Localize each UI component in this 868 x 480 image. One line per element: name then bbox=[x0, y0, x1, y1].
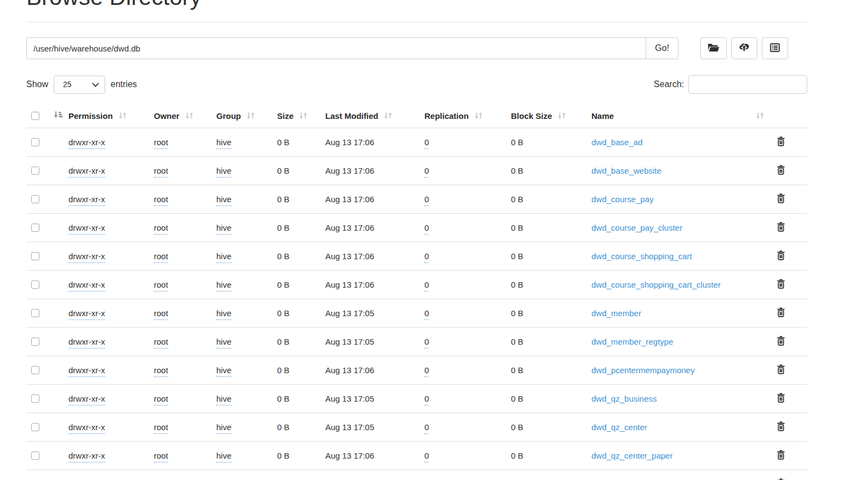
replication-value[interactable]: 0 bbox=[424, 308, 429, 320]
directory-name-link[interactable]: dwd_base_website bbox=[591, 166, 662, 175]
permission-value[interactable]: drwxr-xr-x bbox=[68, 422, 105, 434]
row-checkbox[interactable] bbox=[31, 366, 39, 374]
directory-name-link[interactable]: dwd_pcentermempaymoney bbox=[591, 365, 694, 375]
col-header-last-modified[interactable]: Last Modified bbox=[325, 104, 424, 128]
col-header-group[interactable]: Group bbox=[216, 104, 277, 128]
go-button[interactable]: Go! bbox=[646, 37, 679, 59]
row-checkbox[interactable] bbox=[31, 452, 39, 460]
directory-name-link[interactable]: dwd_member bbox=[591, 308, 641, 318]
directory-path-input[interactable] bbox=[26, 37, 646, 59]
owner-value[interactable]: root bbox=[154, 166, 168, 178]
col-header-owner[interactable]: Owner bbox=[154, 104, 216, 128]
row-checkbox[interactable] bbox=[31, 195, 39, 203]
col-header-block-size[interactable]: Block Size bbox=[511, 104, 591, 128]
directory-name-link[interactable]: dwd_course_shopping_cart_cluster bbox=[591, 280, 721, 289]
owner-value[interactable]: root bbox=[154, 195, 168, 206]
owner-value[interactable]: root bbox=[154, 252, 168, 263]
owner-value[interactable]: root bbox=[154, 337, 168, 348]
directory-name-link[interactable]: dwd_member_regtype bbox=[591, 337, 673, 346]
group-value[interactable]: hive bbox=[216, 166, 232, 178]
page-size-select[interactable]: 25 bbox=[54, 76, 105, 94]
directory-name-link[interactable]: dwd_course_shopping_cart bbox=[591, 252, 692, 261]
permission-value[interactable]: drwxr-xr-x bbox=[68, 138, 105, 149]
permission-value[interactable]: drwxr-xr-x bbox=[68, 195, 105, 206]
row-checkbox[interactable] bbox=[31, 338, 39, 346]
row-checkbox[interactable] bbox=[31, 167, 39, 175]
row-checkbox[interactable] bbox=[31, 138, 39, 146]
group-value[interactable]: hive bbox=[216, 451, 232, 462]
delete-button[interactable] bbox=[777, 307, 785, 319]
replication-value[interactable]: 0 bbox=[424, 195, 429, 206]
row-checkbox[interactable] bbox=[31, 281, 39, 289]
replication-value[interactable]: 0 bbox=[424, 280, 429, 292]
delete-button[interactable] bbox=[777, 336, 785, 347]
group-value[interactable]: hive bbox=[216, 195, 232, 206]
row-checkbox[interactable] bbox=[31, 224, 39, 232]
upload-files-button[interactable] bbox=[731, 37, 757, 59]
delete-button[interactable] bbox=[777, 279, 785, 290]
group-value[interactable]: hive bbox=[216, 337, 232, 348]
delete-button[interactable] bbox=[777, 450, 785, 461]
group-value[interactable]: hive bbox=[216, 422, 232, 434]
delete-button[interactable] bbox=[777, 165, 785, 176]
owner-value[interactable]: root bbox=[154, 365, 168, 377]
permission-value[interactable]: drwxr-xr-x bbox=[68, 166, 105, 178]
search-input[interactable] bbox=[688, 75, 807, 94]
col-header-permission[interactable]: Permission bbox=[68, 104, 154, 128]
col-header-replication[interactable]: Replication bbox=[424, 104, 511, 128]
replication-value[interactable]: 0 bbox=[424, 223, 429, 235]
row-checkbox[interactable] bbox=[31, 423, 39, 431]
create-directory-button[interactable] bbox=[700, 37, 727, 59]
col-header-name[interactable]: Name bbox=[591, 104, 772, 128]
replication-value[interactable]: 0 bbox=[424, 394, 429, 405]
owner-value[interactable]: root bbox=[154, 280, 168, 292]
owner-value[interactable]: root bbox=[154, 308, 168, 320]
delete-button[interactable] bbox=[777, 421, 785, 433]
group-value[interactable]: hive bbox=[216, 394, 232, 405]
directory-name-link[interactable]: dwd_qz_center bbox=[591, 422, 647, 432]
group-value[interactable]: hive bbox=[216, 280, 232, 292]
owner-value[interactable]: root bbox=[154, 451, 168, 462]
cut-paste-button[interactable] bbox=[762, 37, 788, 59]
permission-value[interactable]: drwxr-xr-x bbox=[68, 252, 105, 263]
directory-name-link[interactable]: dwd_qz_business bbox=[591, 394, 657, 403]
permission-value[interactable]: drwxr-xr-x bbox=[68, 280, 105, 292]
permission-value[interactable]: drwxr-xr-x bbox=[68, 451, 105, 462]
replication-value[interactable]: 0 bbox=[424, 365, 429, 377]
replication-value[interactable]: 0 bbox=[424, 422, 429, 434]
delete-button[interactable] bbox=[777, 393, 785, 404]
directory-name-link[interactable]: dwd_qz_center_paper bbox=[591, 451, 672, 460]
directory-name-link[interactable]: dwd_base_ad bbox=[591, 138, 642, 147]
owner-value[interactable]: root bbox=[154, 138, 168, 149]
permission-value[interactable]: drwxr-xr-x bbox=[68, 223, 105, 235]
group-value[interactable]: hive bbox=[216, 223, 232, 235]
delete-button[interactable] bbox=[777, 193, 785, 205]
row-checkbox[interactable] bbox=[31, 395, 39, 403]
group-value[interactable]: hive bbox=[216, 138, 232, 149]
permission-value[interactable]: drwxr-xr-x bbox=[68, 337, 105, 348]
group-value[interactable]: hive bbox=[216, 308, 232, 320]
row-checkbox[interactable] bbox=[31, 252, 39, 260]
delete-button[interactable] bbox=[777, 250, 785, 262]
sort-active-icon[interactable] bbox=[54, 111, 63, 119]
delete-button[interactable] bbox=[777, 364, 785, 376]
permission-value[interactable]: drwxr-xr-x bbox=[68, 365, 105, 377]
delete-button[interactable] bbox=[777, 222, 785, 233]
select-all-checkbox[interactable] bbox=[31, 112, 39, 120]
group-value[interactable]: hive bbox=[216, 365, 232, 377]
replication-value[interactable]: 0 bbox=[424, 451, 429, 462]
owner-value[interactable]: root bbox=[154, 422, 168, 434]
row-checkbox[interactable] bbox=[31, 309, 39, 317]
replication-value[interactable]: 0 bbox=[424, 337, 429, 348]
delete-button[interactable] bbox=[777, 136, 785, 148]
owner-value[interactable]: root bbox=[154, 223, 168, 235]
directory-name-link[interactable]: dwd_course_pay_cluster bbox=[591, 223, 682, 232]
permission-value[interactable]: drwxr-xr-x bbox=[68, 308, 105, 320]
replication-value[interactable]: 0 bbox=[424, 138, 429, 149]
group-value[interactable]: hive bbox=[216, 252, 232, 263]
directory-name-link[interactable]: dwd_course_pay bbox=[591, 195, 653, 204]
permission-value[interactable]: drwxr-xr-x bbox=[68, 394, 105, 405]
owner-value[interactable]: root bbox=[154, 394, 168, 405]
replication-value[interactable]: 0 bbox=[424, 252, 429, 263]
col-header-size[interactable]: Size bbox=[277, 104, 325, 128]
